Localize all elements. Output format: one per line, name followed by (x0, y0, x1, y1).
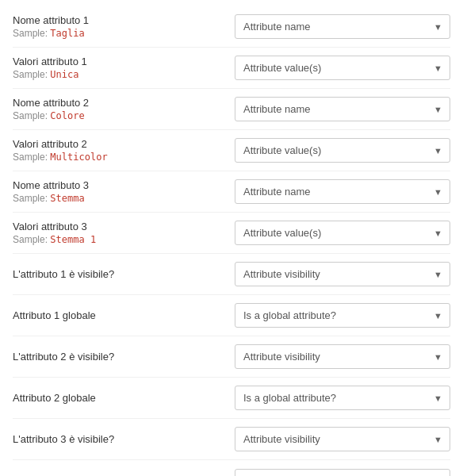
label-sample-nome-attributo-2: Sample: Colore (13, 110, 222, 121)
control-col-visibile-attributo-2: Attribute visibilityYesNo▼ (235, 344, 450, 369)
select-wrapper-globale-attributo-2: Is a global attribute?YesNo▼ (235, 386, 450, 410)
select-wrapper-visibile-attributo-3: Attribute visibilityYesNo▼ (235, 427, 450, 451)
select-wrapper-nome-attributo-2: Attribute nameAttribute value(s)Attribut… (235, 97, 450, 121)
select-wrapper-nome-attributo-3: Attribute nameAttribute value(s)Attribut… (235, 179, 450, 204)
control-col-nome-attributo-2: Attribute nameAttribute value(s)Attribut… (235, 97, 450, 121)
select-wrapper-valori-attributo-1: Attribute nameAttribute value(s)Attribut… (235, 56, 450, 80)
select-valori-attributo-2[interactable]: Attribute nameAttribute value(s)Attribut… (235, 138, 450, 163)
control-col-globale-attributo-2: Is a global attribute?YesNo▼ (235, 386, 450, 410)
control-col-valori-attributo-3: Attribute nameAttribute value(s)Attribut… (235, 221, 450, 245)
label-main-globale-attributo-2: Attributo 2 globale (13, 392, 222, 404)
select-nome-attributo-2[interactable]: Attribute nameAttribute value(s)Attribut… (235, 97, 450, 121)
select-wrapper-globale-attributo-1: Is a global attribute?YesNo▼ (235, 303, 450, 328)
row-valori-attributo-1: Valori attributo 1Sample: UnicaAttribute… (13, 48, 450, 89)
label-sample-valori-attributo-2: Sample: Multicolor (13, 152, 222, 163)
row-valori-attributo-3: Valori attributo 3Sample: Stemma 1Attrib… (13, 213, 450, 254)
label-main-nome-attributo-3: Nome attributo 3 (13, 179, 222, 191)
label-main-valori-attributo-2: Valori attributo 2 (13, 138, 222, 150)
control-col-globale-attributo-3: Is a global attribute?YesNo▼ (235, 469, 450, 477)
label-main-globale-attributo-1: Attributo 1 globale (13, 309, 222, 321)
label-main-visibile-attributo-2: L'attributo 2 è visibile? (13, 351, 222, 363)
row-nome-attributo-2: Nome attributo 2Sample: ColoreAttribute … (13, 89, 450, 130)
control-col-valori-attributo-2: Attribute nameAttribute value(s)Attribut… (235, 138, 450, 163)
row-visibile-attributo-1: L'attributo 1 è visibile?Attribute visib… (13, 254, 450, 295)
label-main-nome-attributo-2: Nome attributo 2 (13, 97, 222, 109)
select-globale-attributo-1[interactable]: Is a global attribute?YesNo (235, 303, 450, 328)
control-col-nome-attributo-1: Attribute nameAttribute value(s)Attribut… (235, 14, 450, 39)
form-container: Nome attributo 1Sample: TagliaAttribute … (0, 0, 463, 476)
label-col-visibile-attributo-2: L'attributo 2 è visibile? (13, 351, 235, 363)
row-visibile-attributo-2: L'attributo 2 è visibile?Attribute visib… (13, 336, 450, 378)
select-nome-attributo-3[interactable]: Attribute nameAttribute value(s)Attribut… (235, 179, 450, 204)
row-valori-attributo-2: Valori attributo 2Sample: MulticolorAttr… (13, 130, 450, 171)
select-visibile-attributo-3[interactable]: Attribute visibilityYesNo (235, 427, 450, 451)
select-wrapper-visibile-attributo-2: Attribute visibilityYesNo▼ (235, 344, 450, 369)
select-visibile-attributo-1[interactable]: Attribute visibilityYesNo (235, 262, 450, 286)
label-main-nome-attributo-1: Nome attributo 1 (13, 14, 222, 26)
select-wrapper-visibile-attributo-1: Attribute visibilityYesNo▼ (235, 262, 450, 286)
label-sample-nome-attributo-1: Sample: Taglia (13, 28, 222, 39)
label-col-valori-attributo-2: Valori attributo 2Sample: Multicolor (13, 138, 235, 163)
row-globale-attributo-3: Attributo 3 globaleIs a global attribute… (13, 460, 450, 476)
select-wrapper-globale-attributo-3: Is a global attribute?YesNo▼ (235, 469, 450, 477)
select-wrapper-nome-attributo-1: Attribute nameAttribute value(s)Attribut… (235, 14, 450, 39)
label-col-nome-attributo-3: Nome attributo 3Sample: Stemma (13, 179, 235, 204)
label-sample-nome-attributo-3: Sample: Stemma (13, 193, 222, 204)
control-col-globale-attributo-1: Is a global attribute?YesNo▼ (235, 303, 450, 328)
control-col-valori-attributo-1: Attribute nameAttribute value(s)Attribut… (235, 56, 450, 80)
select-valori-attributo-1[interactable]: Attribute nameAttribute value(s)Attribut… (235, 56, 450, 80)
label-col-visibile-attributo-3: L'attributo 3 è visibile? (13, 433, 235, 445)
control-col-visibile-attributo-3: Attribute visibilityYesNo▼ (235, 427, 450, 451)
label-col-nome-attributo-1: Nome attributo 1Sample: Taglia (13, 14, 235, 39)
select-visibile-attributo-2[interactable]: Attribute visibilityYesNo (235, 344, 450, 369)
label-sample-valori-attributo-3: Sample: Stemma 1 (13, 234, 222, 245)
select-nome-attributo-1[interactable]: Attribute nameAttribute value(s)Attribut… (235, 14, 450, 39)
row-nome-attributo-3: Nome attributo 3Sample: StemmaAttribute … (13, 171, 450, 213)
control-col-nome-attributo-3: Attribute nameAttribute value(s)Attribut… (235, 179, 450, 204)
row-globale-attributo-2: Attributo 2 globaleIs a global attribute… (13, 378, 450, 419)
label-main-visibile-attributo-3: L'attributo 3 è visibile? (13, 433, 222, 445)
select-wrapper-valori-attributo-2: Attribute nameAttribute value(s)Attribut… (235, 138, 450, 163)
row-visibile-attributo-3: L'attributo 3 è visibile?Attribute visib… (13, 419, 450, 460)
label-col-nome-attributo-2: Nome attributo 2Sample: Colore (13, 97, 235, 121)
control-col-visibile-attributo-1: Attribute visibilityYesNo▼ (235, 262, 450, 286)
label-main-valori-attributo-3: Valori attributo 3 (13, 221, 222, 232)
label-col-valori-attributo-3: Valori attributo 3Sample: Stemma 1 (13, 221, 235, 245)
row-nome-attributo-1: Nome attributo 1Sample: TagliaAttribute … (13, 6, 450, 48)
select-wrapper-valori-attributo-3: Attribute nameAttribute value(s)Attribut… (235, 221, 450, 245)
select-globale-attributo-3[interactable]: Is a global attribute?YesNo (235, 469, 450, 477)
label-main-visibile-attributo-1: L'attributo 1 è visibile? (13, 268, 222, 280)
label-col-valori-attributo-1: Valori attributo 1Sample: Unica (13, 56, 235, 80)
row-globale-attributo-1: Attributo 1 globaleIs a global attribute… (13, 295, 450, 336)
select-globale-attributo-2[interactable]: Is a global attribute?YesNo (235, 386, 450, 410)
label-col-globale-attributo-1: Attributo 1 globale (13, 309, 235, 321)
label-col-visibile-attributo-1: L'attributo 1 è visibile? (13, 268, 235, 280)
label-col-globale-attributo-2: Attributo 2 globale (13, 392, 235, 404)
select-valori-attributo-3[interactable]: Attribute nameAttribute value(s)Attribut… (235, 221, 450, 245)
label-main-valori-attributo-1: Valori attributo 1 (13, 56, 222, 67)
label-sample-valori-attributo-1: Sample: Unica (13, 69, 222, 80)
